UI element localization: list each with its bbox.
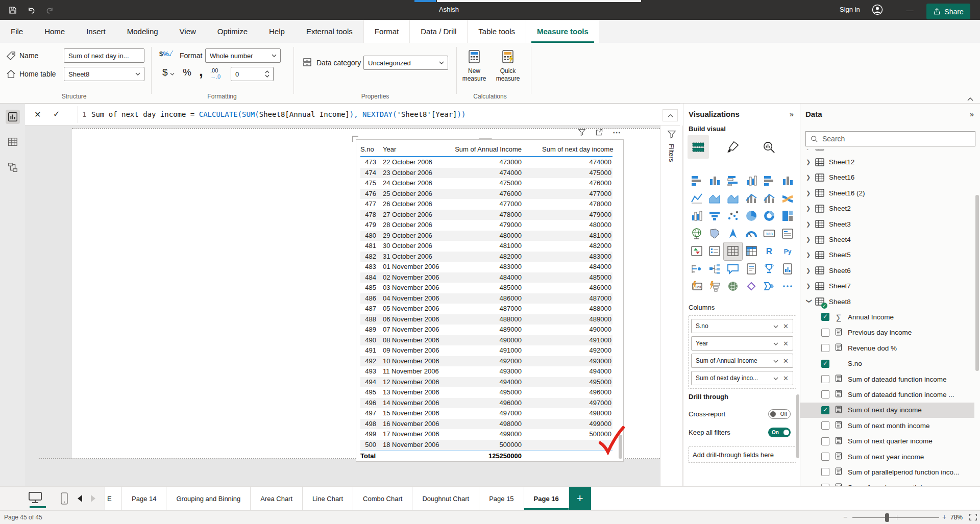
spinner-arrows-icon[interactable] bbox=[265, 70, 270, 78]
tab-build-visual[interactable] bbox=[688, 135, 709, 159]
field-well-s-no[interactable]: S.no ✕ bbox=[691, 319, 793, 333]
chevron-right-icon[interactable]: ❯ bbox=[806, 159, 812, 165]
field-item-sum-of-next-quarter-income[interactable]: Sum of next quarter income bbox=[800, 433, 974, 448]
column-header-sum-of-next-day-income[interactable]: Sum of next day income bbox=[542, 145, 611, 153]
ribbon-tab-modeling[interactable]: Modeling bbox=[116, 20, 169, 43]
desktop-layout-icon[interactable] bbox=[28, 491, 43, 506]
decomposition-tree-icon[interactable] bbox=[706, 260, 724, 278]
line-stacked-column-chart-icon[interactable] bbox=[742, 190, 761, 208]
focus-mode-icon[interactable] bbox=[594, 128, 605, 137]
sign-in-link[interactable]: Sign in bbox=[840, 6, 860, 13]
measure-name-input[interactable]: Sum of next day in... bbox=[64, 48, 144, 63]
field-item-sum-of-next-year-income[interactable]: Sum of next year income bbox=[800, 449, 974, 464]
chevron-right-icon[interactable]: ❯ bbox=[806, 149, 812, 150]
decimal-places-icon[interactable]: .00→.0 bbox=[210, 67, 220, 80]
table-row[interactable]: 48503 November 2006485000486000 bbox=[360, 283, 612, 293]
field-well-sum-of-next-day-inco-[interactable]: Sum of next day inco... ✕ bbox=[691, 371, 793, 385]
chevron-right-icon[interactable]: ❯ bbox=[806, 236, 812, 243]
custom-visual-diamond-icon[interactable] bbox=[742, 278, 761, 295]
waterfall-chart-icon[interactable] bbox=[688, 207, 706, 225]
table-row[interactable]: 48402 November 2006484000485000 bbox=[360, 272, 612, 283]
cancel-formula-icon[interactable]: ✕ bbox=[34, 110, 41, 119]
table-row[interactable]: 49008 November 2006490000491000 bbox=[360, 335, 612, 346]
ribbon-tab-format[interactable]: Format bbox=[363, 20, 410, 43]
chevron-right-icon[interactable]: ❯ bbox=[806, 221, 812, 228]
column-header-s-no[interactable]: S.no bbox=[360, 145, 381, 153]
pie-chart-icon[interactable] bbox=[742, 207, 761, 225]
ribbon-tab-file[interactable]: File bbox=[0, 20, 34, 43]
table-row[interactable]: 48907 November 2006489000490000 bbox=[360, 325, 612, 335]
tab-format-visual[interactable] bbox=[722, 135, 744, 159]
field-checkbox[interactable] bbox=[821, 375, 829, 383]
ribbon-tab-external-tools[interactable]: External tools bbox=[296, 20, 363, 43]
remove-field-icon[interactable]: ✕ bbox=[783, 322, 789, 330]
smart-narrative-icon[interactable] bbox=[742, 260, 761, 278]
stacked-column-chart-icon[interactable] bbox=[706, 172, 724, 190]
field-checkbox[interactable] bbox=[821, 406, 829, 414]
next-page-arrow[interactable] bbox=[91, 495, 95, 502]
get-more-visuals-icon[interactable] bbox=[778, 278, 797, 295]
field-checkbox[interactable] bbox=[821, 360, 829, 368]
power-apps-visual-icon[interactable]: 123 bbox=[688, 278, 706, 295]
add-drill-through-fields-dropzone[interactable]: Add drill-through fields here bbox=[688, 446, 796, 463]
kpi-icon[interactable] bbox=[688, 242, 706, 260]
field-checkbox[interactable] bbox=[821, 421, 829, 430]
table-row[interactable]: 48231 October 2006482000483000 bbox=[360, 252, 612, 262]
table-row[interactable]: 47726 October 2006477000478000 bbox=[360, 199, 612, 210]
donut-chart-icon[interactable] bbox=[761, 207, 779, 225]
paginated-report-icon[interactable] bbox=[778, 260, 797, 278]
tree-item-sheet6[interactable]: ❯Sheet6 bbox=[800, 263, 974, 278]
table-row[interactable]: 47928 October 2006479000480000 bbox=[360, 220, 612, 231]
100-stacked-column-chart-icon[interactable] bbox=[778, 172, 797, 190]
100-stacked-bar-chart-icon[interactable] bbox=[761, 172, 779, 190]
keep-all-filters-toggle[interactable]: On bbox=[768, 428, 791, 437]
field-checkbox[interactable] bbox=[821, 437, 829, 445]
chevron-down-icon[interactable] bbox=[773, 325, 778, 328]
ribbon-tab-table-tools[interactable]: Table tools bbox=[467, 20, 526, 43]
share-button[interactable]: Share bbox=[926, 4, 970, 19]
zoom-slider-thumb[interactable] bbox=[885, 513, 889, 522]
page-tab-area-chart[interactable]: Area Chart bbox=[251, 487, 303, 510]
fit-to-page-icon[interactable] bbox=[969, 513, 977, 522]
chevron-right-icon[interactable]: ❯ bbox=[806, 174, 812, 181]
new-measure-button[interactable]: New measure bbox=[459, 47, 489, 92]
tree-item-sheet12[interactable]: ❯Sheet12 bbox=[800, 154, 974, 169]
thousands-separator-button[interactable]: , bbox=[199, 63, 203, 80]
page-tab-page-16[interactable]: Page 16 bbox=[524, 487, 569, 510]
zoom-slider-track[interactable] bbox=[852, 517, 939, 518]
stacked-area-chart-icon[interactable] bbox=[724, 190, 742, 208]
ribbon-tab-data-drill[interactable]: Data / Drill bbox=[409, 20, 467, 43]
table-icon[interactable] bbox=[724, 242, 742, 260]
column-header-year[interactable]: Year bbox=[383, 145, 459, 153]
filled-map-icon[interactable] bbox=[706, 225, 724, 243]
currency-format-button[interactable]: $ bbox=[162, 67, 175, 78]
treemap-icon[interactable] bbox=[778, 207, 797, 225]
page-tab-line-chart[interactable]: Line Chart bbox=[303, 487, 353, 510]
slicer-icon[interactable] bbox=[706, 242, 724, 260]
remove-field-icon[interactable]: ✕ bbox=[783, 340, 789, 347]
field-item-sum-of-dateadd-function-income[interactable]: Sum of dateadd function income bbox=[800, 371, 974, 387]
redo-icon[interactable] bbox=[44, 5, 55, 16]
page-tab-clipped[interactable]: E bbox=[105, 487, 122, 510]
table-header-row[interactable]: S.noYearSum of Annual IncomeSum of next … bbox=[360, 142, 612, 157]
field-item-s-no[interactable]: S.no bbox=[800, 356, 974, 371]
table-row[interactable]: 49715 November 2006497000498000 bbox=[360, 408, 612, 419]
table-row[interactable]: 48604 November 2006486000487000 bbox=[360, 293, 612, 304]
ribbon-tab-home[interactable]: Home bbox=[34, 20, 76, 43]
collapse-data-panel-icon[interactable]: » bbox=[970, 110, 974, 118]
table-row[interactable]: 47827 October 2006478000479000 bbox=[360, 210, 612, 220]
percent-format-button[interactable]: % bbox=[183, 67, 191, 78]
field-checkbox[interactable] bbox=[821, 453, 829, 461]
page-tab-page-14[interactable]: Page 14 bbox=[122, 487, 166, 510]
table-row[interactable]: 48029 October 2006480000481000 bbox=[360, 231, 612, 241]
minimize-button[interactable]: — bbox=[896, 0, 924, 20]
tree-item-sheet4[interactable]: ❯Sheet4 bbox=[800, 232, 974, 247]
column-header-sum-of-annual-income[interactable]: Sum of Annual Income bbox=[452, 145, 522, 153]
chevron-down-icon[interactable] bbox=[773, 377, 778, 380]
table-row[interactable]: 48301 November 2006483000484000 bbox=[360, 262, 612, 272]
table-row[interactable]: 48130 October 2006481000482000 bbox=[360, 241, 612, 252]
chevron-down-icon[interactable] bbox=[773, 360, 778, 363]
field-item-sum-of-next-day-income[interactable]: Sum of next day income bbox=[800, 403, 974, 418]
dax-formula-input[interactable]: Sum of next day income = CALCULATE(SUM(S… bbox=[91, 110, 465, 118]
multi-row-card-icon[interactable] bbox=[778, 225, 797, 243]
